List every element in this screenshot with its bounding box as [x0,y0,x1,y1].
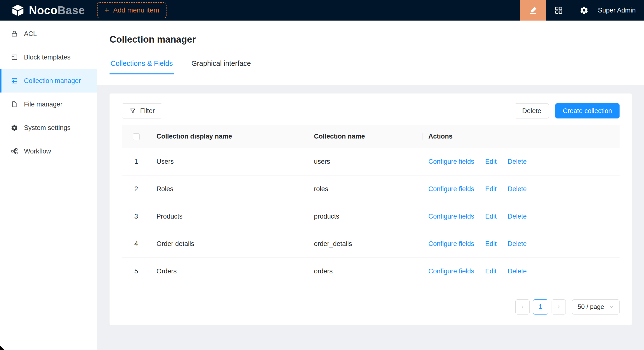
cube-logo-icon [11,5,24,16]
page-size-select[interactable]: 50 / page [572,299,620,314]
filter-button[interactable]: Filter [122,103,162,119]
sidebar-item-label: File manager [24,101,62,108]
sidebar-item-workflow[interactable]: Workflow [0,140,97,163]
add-menu-item-button[interactable]: + Add menu item [97,2,166,18]
current-user[interactable]: Super Admin [598,7,636,14]
action-separator [502,213,502,220]
layout-icon [11,54,18,61]
next-page-button[interactable] [552,299,566,314]
table-row: 2 Roles roles Configure fieldsEditDelete [122,175,620,203]
lock-icon [11,30,18,38]
action-separator [480,158,480,165]
cell-display-name: Users [150,148,308,175]
logo-text: NocoBase [29,4,85,17]
sidebar-item-label: Block templates [24,54,71,61]
gear-icon [580,6,588,15]
content-area: Filter Delete Create collection [97,85,644,350]
tab-graphical-interface[interactable]: Graphical interface [190,60,252,74]
collection-icon [11,77,18,85]
edit-link[interactable]: Edit [485,213,497,220]
cell-collection-name: users [308,148,422,175]
highlighter-icon [528,6,538,15]
create-collection-button[interactable]: Create collection [555,103,620,119]
row-index: 2 [122,175,150,203]
workflow-icon [11,148,18,155]
action-separator [480,267,480,274]
cell-display-name: Order details [150,230,308,257]
action-separator [480,240,480,247]
select-all-checkbox[interactable] [133,133,140,140]
page-title: Collection manager [110,34,632,45]
action-separator [480,213,480,220]
tab-collections-fields[interactable]: Collections & Fields [110,60,174,74]
table-row: 1 Users users Configure fieldsEditDelete [122,148,620,175]
cell-display-name: Roles [150,175,308,203]
sidebar-item-block-templates[interactable]: Block templates [0,46,97,69]
configure-fields-link[interactable]: Configure fields [428,185,474,193]
collections-card: Filter Delete Create collection [110,94,632,325]
edit-link[interactable]: Edit [485,158,497,165]
action-separator [502,240,502,247]
delete-label: Delete [522,107,541,115]
main-area: Collection manager Collections & Fields … [97,21,644,350]
configure-fields-link[interactable]: Configure fields [428,240,474,247]
plus-icon: + [104,6,109,14]
table-row: 5 Orders orders Configure fieldsEditDele… [122,257,620,285]
chevron-right-icon [556,304,561,310]
delete-link[interactable]: Delete [508,185,527,193]
sidebar: ACL Block templates Collection manager F… [0,21,97,350]
page-number-1[interactable]: 1 [533,299,548,314]
settings-button[interactable] [572,0,597,21]
create-collection-label: Create collection [563,107,612,115]
header-select-cell [122,125,150,148]
plugins-button[interactable] [546,0,572,21]
cell-actions: Configure fieldsEditDelete [422,257,620,285]
edit-link[interactable]: Edit [485,267,497,275]
page-size-label: 50 / page [578,303,604,310]
cell-actions: Configure fieldsEditDelete [422,175,620,203]
cell-collection-name: orders [308,257,422,285]
cell-actions: Configure fieldsEditDelete [422,203,620,230]
table-row: 4 Order details order_details Configure … [122,230,620,257]
toolbar-right: Delete Create collection [515,103,620,119]
configure-fields-link[interactable]: Configure fields [428,267,474,275]
sidebar-item-file-manager[interactable]: File manager [0,93,97,116]
sidebar-item-label: Collection manager [24,77,81,85]
delete-link[interactable]: Delete [508,240,527,247]
file-icon [11,101,18,108]
column-actions: Actions [422,125,620,148]
cell-collection-name: order_details [308,230,422,257]
delete-link[interactable]: Delete [508,158,527,165]
sidebar-item-label: Workflow [24,148,51,155]
delete-link[interactable]: Delete [508,267,527,275]
sidebar-item-label: System settings [24,124,71,132]
filter-label: Filter [140,107,155,115]
prev-page-button[interactable] [516,299,530,314]
edit-link[interactable]: Edit [485,185,497,193]
pagination: 1 50 / page [122,299,620,314]
delete-button[interactable]: Delete [515,103,549,119]
ui-editor-button[interactable] [520,0,546,21]
table-toolbar: Filter Delete Create collection [122,103,620,119]
table-header-row: Collection display name Collection name … [122,125,620,148]
chevron-down-icon [609,304,614,309]
configure-fields-link[interactable]: Configure fields [428,158,474,165]
sidebar-item-acl[interactable]: ACL [0,22,97,46]
add-menu-item-label: Add menu item [113,6,159,14]
action-separator [502,158,502,165]
sidebar-item-collection-manager[interactable]: Collection manager [0,69,97,93]
column-display-name: Collection display name [150,125,308,148]
chevron-left-icon [520,304,525,310]
cell-display-name: Orders [150,257,308,285]
delete-link[interactable]: Delete [508,213,527,220]
row-index: 3 [122,203,150,230]
tab-bar: Collections & Fields Graphical interface [110,60,632,74]
nocobase-logo[interactable]: NocoBase [0,4,85,17]
action-separator [502,267,502,274]
sidebar-item-system-settings[interactable]: System settings [0,116,97,140]
page-head: Collection manager Collections & Fields … [97,21,644,85]
row-index: 5 [122,257,150,285]
configure-fields-link[interactable]: Configure fields [428,213,474,220]
table-row: 3 Products products Configure fieldsEdit… [122,203,620,230]
edit-link[interactable]: Edit [485,240,497,247]
